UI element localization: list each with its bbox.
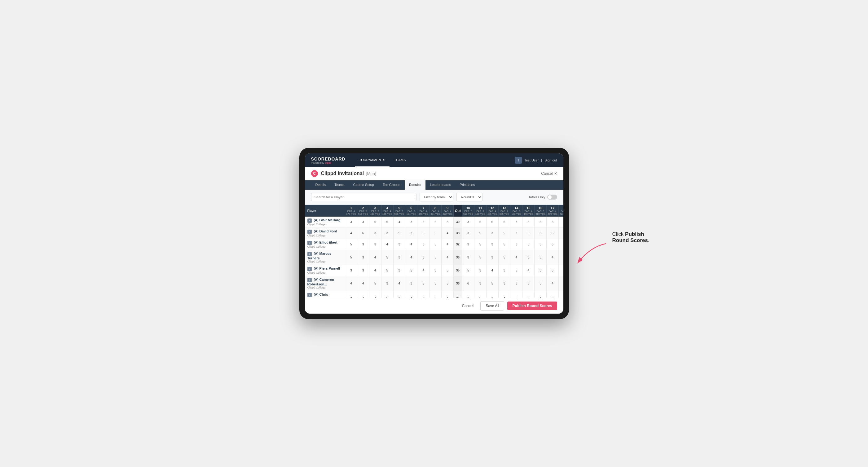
score-cell[interactable]: 5 xyxy=(498,228,510,239)
nav-tournaments[interactable]: TOURNAMENTS xyxy=(355,153,390,167)
score-cell[interactable]: 3 xyxy=(558,250,563,265)
tab-course-setup[interactable]: Course Setup xyxy=(349,180,378,190)
score-cell[interactable]: 5 xyxy=(474,217,486,228)
score-cell[interactable]: 5 xyxy=(474,291,486,298)
score-cell[interactable]: 5 xyxy=(534,250,547,265)
tab-results[interactable]: Results xyxy=(405,180,426,190)
score-cell[interactable]: 4 xyxy=(534,291,547,298)
score-cell[interactable]: 3 xyxy=(462,228,474,239)
score-cell[interactable]: 3 xyxy=(462,239,474,250)
score-cell[interactable]: 3 xyxy=(345,217,357,228)
score-cell[interactable]: 5 xyxy=(510,265,523,276)
score-cell[interactable]: 3 xyxy=(357,250,369,265)
nav-teams[interactable]: TEAMS xyxy=(390,153,410,167)
score-cell[interactable]: 6 xyxy=(558,265,563,276)
score-cell[interactable]: 3 xyxy=(417,291,430,298)
score-cell[interactable]: 3 xyxy=(510,276,523,291)
score-cell[interactable]: 4 xyxy=(442,291,454,298)
score-cell[interactable]: 3 xyxy=(474,276,486,291)
score-cell[interactable]: 3 xyxy=(462,291,474,298)
score-cell[interactable]: 6 xyxy=(430,217,442,228)
cancel-button[interactable]: Cancel xyxy=(458,302,477,310)
score-cell[interactable]: 5 xyxy=(417,217,430,228)
score-cell[interactable]: 5 xyxy=(369,217,381,228)
score-cell[interactable]: 4 xyxy=(486,265,498,276)
score-cell[interactable]: 3 xyxy=(534,228,547,239)
tab-leaderboards[interactable]: Leaderboards xyxy=(426,180,455,190)
score-cell[interactable]: 3 xyxy=(393,250,405,265)
score-cell[interactable]: 3 xyxy=(405,217,417,228)
score-cell[interactable]: 5 xyxy=(474,250,486,265)
score-cell[interactable]: 3 xyxy=(381,228,393,239)
score-cell[interactable]: 4 xyxy=(405,250,417,265)
score-cell[interactable]: 4 xyxy=(510,250,523,265)
score-cell[interactable]: 5 xyxy=(417,276,430,291)
score-cell[interactable]: 3 xyxy=(430,265,442,276)
score-cell[interactable]: 4 xyxy=(523,265,534,276)
score-cell[interactable]: 5 xyxy=(393,228,405,239)
score-cell[interactable]: 3 xyxy=(498,276,510,291)
score-cell[interactable]: 3 xyxy=(381,276,393,291)
score-cell[interactable]: 4 xyxy=(369,291,381,298)
score-cell[interactable]: 3 xyxy=(430,276,442,291)
score-cell[interactable]: 5 xyxy=(462,265,474,276)
tab-printables[interactable]: Printables xyxy=(455,180,479,190)
score-cell[interactable]: 5 xyxy=(498,217,510,228)
score-cell[interactable]: 3 xyxy=(558,217,563,228)
score-cell[interactable]: 4 xyxy=(357,291,369,298)
totals-toggle-switch[interactable] xyxy=(547,195,557,199)
score-cell[interactable]: 4 xyxy=(405,291,417,298)
score-cell[interactable]: 5 xyxy=(405,265,417,276)
score-cell[interactable]: 4 xyxy=(498,291,510,298)
score-cell[interactable]: 3 xyxy=(357,265,369,276)
score-cell[interactable]: 3 xyxy=(393,291,405,298)
score-cell[interactable]: 5 xyxy=(345,250,357,265)
score-cell[interactable]: 3 xyxy=(523,291,534,298)
score-cell[interactable]: 6 xyxy=(547,239,559,250)
score-cell[interactable]: 4 xyxy=(345,276,357,291)
score-cell[interactable]: 5 xyxy=(547,228,559,239)
score-cell[interactable]: 3 xyxy=(498,265,510,276)
score-cell[interactable]: 5 xyxy=(523,217,534,228)
score-cell[interactable]: 5 xyxy=(430,239,442,250)
tournament-cancel-button[interactable]: Cancel ✕ xyxy=(541,172,557,176)
score-cell[interactable]: 4 xyxy=(442,239,454,250)
score-cell[interactable]: 3 xyxy=(393,239,405,250)
score-cell[interactable]: 3 xyxy=(405,276,417,291)
score-cell[interactable]: 6 xyxy=(357,228,369,239)
score-cell[interactable]: 4 xyxy=(381,239,393,250)
score-cell[interactable]: 5 xyxy=(430,250,442,265)
score-cell[interactable]: 3 xyxy=(369,228,381,239)
score-cell[interactable]: 3 xyxy=(510,239,523,250)
score-cell[interactable]: 3 xyxy=(345,265,357,276)
score-cell[interactable]: 5 xyxy=(381,291,393,298)
tab-tee-groups[interactable]: Tee Groups xyxy=(378,180,405,190)
score-cell[interactable]: 4 xyxy=(547,250,559,265)
filter-team-select[interactable]: Filter by team xyxy=(420,193,453,201)
score-cell[interactable]: 3 xyxy=(462,250,474,265)
score-cell[interactable]: 5 xyxy=(523,228,534,239)
score-cell[interactable]: 4 xyxy=(369,265,381,276)
score-cell[interactable]: 3 xyxy=(558,291,563,298)
score-cell[interactable]: 4 xyxy=(547,276,559,291)
score-cell[interactable]: 4 xyxy=(357,276,369,291)
score-cell[interactable]: 3 xyxy=(417,239,430,250)
score-cell[interactable]: 5 xyxy=(430,291,442,298)
search-input[interactable] xyxy=(311,193,416,201)
score-cell[interactable]: 3 xyxy=(486,291,498,298)
score-cell[interactable]: 5 xyxy=(381,265,393,276)
score-cell[interactable]: 4 xyxy=(442,250,454,265)
sign-out-link[interactable]: Sign out xyxy=(545,158,557,162)
score-cell[interactable]: 3 xyxy=(393,265,405,276)
score-cell[interactable]: 5 xyxy=(474,239,486,250)
score-cell[interactable]: 3 xyxy=(369,239,381,250)
score-cell[interactable]: 5 xyxy=(381,217,393,228)
score-cell[interactable]: 3 xyxy=(357,239,369,250)
score-cell[interactable]: 3 xyxy=(442,217,454,228)
score-cell[interactable]: 5 xyxy=(474,228,486,239)
score-cell[interactable]: 3 xyxy=(547,291,559,298)
score-cell[interactable]: 5 xyxy=(369,276,381,291)
score-cell[interactable]: 4 xyxy=(393,276,405,291)
score-cell[interactable]: 4 xyxy=(369,250,381,265)
round-select[interactable]: Round 3 xyxy=(457,193,483,201)
